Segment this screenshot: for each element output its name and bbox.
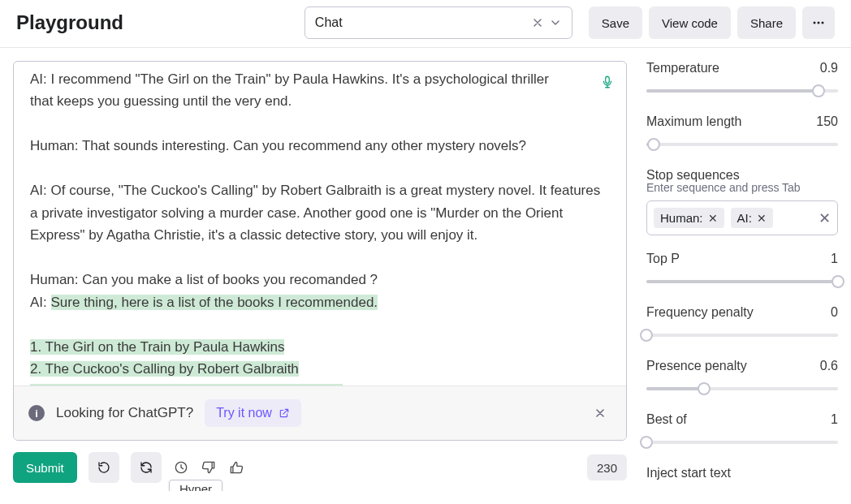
external-link-icon xyxy=(279,407,290,419)
preset-select[interactable]: Chat xyxy=(305,6,572,39)
tooltip: Hyper xyxy=(169,480,222,491)
stop-tag: Human: ✕ xyxy=(654,208,724,228)
svg-point-2 xyxy=(822,22,824,24)
preset-clear-icon[interactable] xyxy=(531,16,544,29)
frequency-penalty-value: 0 xyxy=(831,305,838,320)
top-p-label: Top P xyxy=(646,252,680,266)
max-length-param: Maximum length 150 xyxy=(646,114,838,152)
temperature-slider[interactable] xyxy=(646,84,838,98)
frequency-penalty-param: Frequency penalty 0 xyxy=(646,305,838,342)
clock-icon xyxy=(173,459,189,476)
prompt-editor[interactable]: AI: I recommend "The Girl on the Train" … xyxy=(13,61,627,441)
best-of-label: Best of xyxy=(646,412,687,427)
regenerate-icon xyxy=(139,460,153,475)
stop-tag: AI: ✕ xyxy=(731,208,773,228)
share-button[interactable]: Share xyxy=(737,6,796,39)
best-of-slider[interactable] xyxy=(646,435,838,450)
parameters-panel: Temperature 0.9 Maximum length 150 Stop … xyxy=(646,61,838,483)
submit-button[interactable]: Submit xyxy=(13,452,77,483)
history-button[interactable] xyxy=(173,459,189,476)
thumbs-down-icon xyxy=(201,459,217,476)
prompt-text[interactable]: AI: I recommend "The Girl on the Train" … xyxy=(14,62,626,386)
more-icon xyxy=(811,15,826,30)
max-length-label: Maximum length xyxy=(646,114,741,129)
banner-close-icon[interactable] xyxy=(589,407,611,420)
banner-text: Looking for ChatGPT? xyxy=(56,405,193,421)
inject-start-text-param: Inject start text xyxy=(646,466,838,480)
stop-sequences-param: Stop sequences Enter sequence and press … xyxy=(646,168,838,235)
frequency-penalty-label: Frequency penalty xyxy=(646,305,754,320)
clear-stop-icon[interactable]: ✕ xyxy=(819,209,831,227)
temperature-param: Temperature 0.9 xyxy=(646,61,838,98)
save-button[interactable]: Save xyxy=(589,6,642,39)
max-length-value: 150 xyxy=(816,114,838,129)
more-button[interactable] xyxy=(802,6,835,39)
presence-penalty-slider[interactable] xyxy=(646,381,838,396)
best-of-value: 1 xyxy=(831,412,838,427)
view-code-button[interactable]: View code xyxy=(649,6,731,39)
token-count: 230 xyxy=(587,454,627,480)
try-it-now-button[interactable]: Try it now xyxy=(205,399,301,427)
remove-tag-icon[interactable]: ✕ xyxy=(708,212,718,225)
undo-button[interactable] xyxy=(89,452,119,483)
undo-icon xyxy=(97,460,111,475)
svg-point-1 xyxy=(818,22,820,24)
svg-point-0 xyxy=(814,22,816,24)
info-icon: i xyxy=(28,405,45,421)
top-p-slider[interactable] xyxy=(646,274,838,289)
regenerate-button[interactable] xyxy=(131,452,162,483)
best-of-param: Best of 1 xyxy=(646,412,838,450)
thumbs-up-button[interactable] xyxy=(228,459,244,476)
thumbs-up-icon xyxy=(228,459,244,476)
temperature-label: Temperature xyxy=(646,61,719,75)
page-title: Playground xyxy=(16,11,123,34)
presence-penalty-label: Presence penalty xyxy=(646,359,747,373)
top-p-param: Top P 1 xyxy=(646,252,838,289)
chevron-down-icon[interactable] xyxy=(549,16,562,29)
presence-penalty-param: Presence penalty 0.6 xyxy=(646,359,838,396)
inject-start-text-label: Inject start text xyxy=(646,466,838,480)
stop-sequences-hint: Enter sequence and press Tab xyxy=(646,181,838,194)
remove-tag-icon[interactable]: ✕ xyxy=(757,212,767,225)
max-length-slider[interactable] xyxy=(646,137,838,152)
presence-penalty-value: 0.6 xyxy=(820,359,838,373)
chatgpt-banner: i Looking for ChatGPT? Try it now xyxy=(14,386,626,440)
temperature-value: 0.9 xyxy=(820,61,838,75)
frequency-penalty-slider[interactable] xyxy=(646,328,838,342)
stop-sequences-input[interactable]: Human: ✕ AI: ✕ ✕ xyxy=(646,200,838,235)
thumbs-down-button[interactable] xyxy=(201,459,217,476)
microphone-icon[interactable] xyxy=(600,75,615,89)
preset-select-label: Chat xyxy=(315,15,343,30)
top-p-value: 1 xyxy=(831,252,838,266)
